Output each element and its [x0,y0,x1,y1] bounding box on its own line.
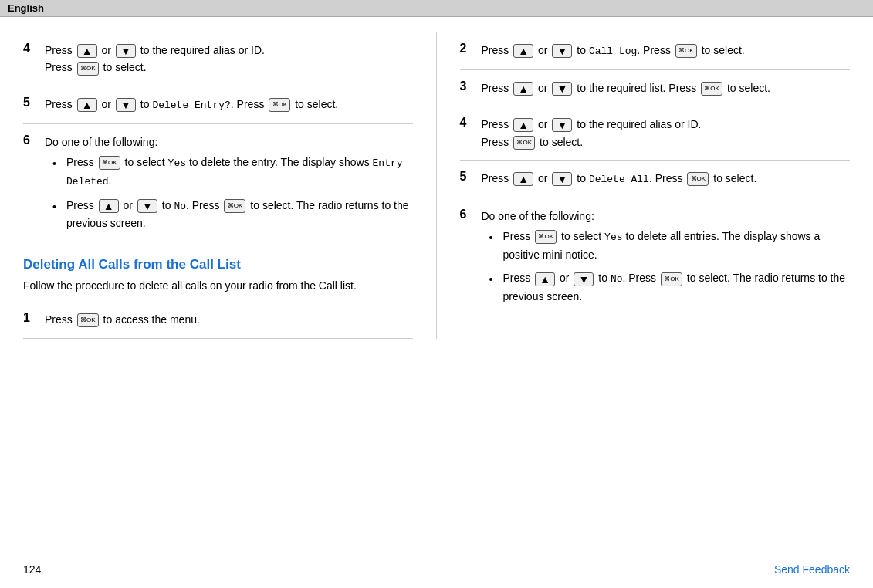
step-line: Press ▲ or ▼ to Delete All. Press ⌘OK to… [482,170,851,188]
step-intro: Do one of the following: [482,208,851,225]
send-feedback-link[interactable]: Send Feedback [774,563,850,576]
step-intro: Do one of the following: [45,133,413,150]
main-content: 4 Press ▲ or ▼ to the required alias or … [0,17,873,354]
step-content: Press ▲ or ▼ to Call Log. Press ⌘OK to s… [482,42,851,60]
ok-button-icon: ⌘OK [99,156,120,170]
step-line: Press ▲ or ▼ to Delete Entry?. Press ⌘OK… [45,96,413,114]
step-number: 3 [460,79,482,93]
step-content: Press ▲ or ▼ to the required alias or ID… [45,42,413,76]
bullet-list: • Press ⌘OK to select Yes to delete all … [482,228,851,305]
menu-item: Yes [604,231,622,243]
down-arrow-icon: ▼ [552,118,572,132]
step-number: 2 [460,42,482,56]
language-header: English [0,0,873,17]
step-line: Press ▲ or ▼ to the required alias or ID… [482,116,851,133]
ok-button-icon: ⌘OK [77,313,99,327]
menu-item: No [174,201,186,212]
footer: 124 Send Feedback [23,563,850,576]
section-title: Deleting All Calls from the Call List [23,257,413,272]
left-step-5: 5 Press ▲ or ▼ to Delete Entry?. Press ⌘… [23,86,413,124]
step-line: Press ⌘OK to access the menu. [45,311,413,328]
left-section-step-1: 1 Press ⌘OK to access the menu. [23,302,413,338]
menu-item: Yes [168,157,186,169]
menu-item: Delete All [589,174,649,185]
down-arrow-icon: ▼ [137,199,157,213]
down-arrow-icon: ▼ [552,82,572,96]
bullet-text: Press ▲ or ▼ to No. Press ⌘OK to select.… [66,197,413,232]
step-content: Press ▲ or ▼ to Delete Entry?. Press ⌘OK… [45,96,413,114]
list-item: • Press ⌘OK to select Yes to delete all … [489,228,851,263]
right-step-4: 4 Press ▲ or ▼ to the required alias or … [460,106,851,161]
bullet-dot: • [52,198,63,215]
up-arrow-icon: ▲ [513,118,533,132]
ok-button-icon: ⌘OK [687,172,709,186]
step-content: Press ⌘OK to access the menu. [45,311,413,328]
page-number: 124 [23,563,41,576]
step-number: 1 [23,311,45,325]
bullet-text: Press ▲ or ▼ to No. Press ⌘OK to select.… [503,269,851,305]
menu-item: Delete Entry? [152,100,230,111]
ok-button-icon: ⌘OK [513,136,535,150]
language-label: English [8,2,44,14]
list-item: • Press ⌘OK to select Yes to delete the … [52,154,413,191]
ok-button-icon: ⌘OK [675,44,697,58]
ok-button-icon: ⌘OK [701,82,722,96]
ok-button-icon: ⌘OK [77,62,99,76]
step-content: Press ▲ or ▼ to the required alias or ID… [482,116,851,150]
bullet-list: • Press ⌘OK to select Yes to delete the … [45,154,413,232]
step-line: Press ▲ or ▼ to the required list. Press… [482,79,851,96]
ok-button-icon: ⌘OK [535,230,557,244]
step-number: 5 [460,170,482,184]
up-arrow-icon: ▲ [513,82,533,96]
list-item: • Press ▲ or ▼ to No. Press ⌘OK to selec… [489,269,851,305]
ok-button-icon: ⌘OK [661,272,682,286]
step-line: Press ⌘OK to select. [45,59,413,76]
step-number: 5 [23,96,45,110]
up-arrow-icon: ▲ [535,272,555,286]
step-content: Press ▲ or ▼ to the required list. Press… [482,79,851,96]
menu-item: Call Log [589,46,637,57]
bullet-dot: • [489,271,500,288]
left-column: 4 Press ▲ or ▼ to the required alias or … [23,32,437,339]
step-number: 4 [23,42,45,56]
right-column: 2 Press ▲ or ▼ to Call Log. Press ⌘OK to… [437,32,851,339]
bullet-dot: • [52,155,63,172]
step-number: 6 [23,133,45,147]
down-arrow-icon: ▼ [552,44,572,58]
up-arrow-icon: ▲ [513,172,533,186]
up-arrow-icon: ▲ [77,44,97,58]
left-step-6: 6 Do one of the following: • Press ⌘OK t… [23,124,413,248]
list-item: • Press ▲ or ▼ to No. Press ⌘OK to selec… [52,197,413,232]
right-step-5: 5 Press ▲ or ▼ to Delete All. Press ⌘OK … [460,161,851,198]
menu-item: No [611,273,623,285]
step-content: Press ▲ or ▼ to Delete All. Press ⌘OK to… [482,170,851,188]
step-number: 4 [460,116,482,130]
right-step-6: 6 Do one of the following: • Press ⌘OK t… [460,198,851,321]
section-intro: Follow the procedure to delete all calls… [23,277,413,294]
step-line: Press ⌘OK to select. [482,133,851,150]
right-step-2: 2 Press ▲ or ▼ to Call Log. Press ⌘OK to… [460,32,851,70]
up-arrow-icon: ▲ [513,44,533,58]
section-heading: Deleting All Calls from the Call List Fo… [23,257,413,294]
bullet-text: Press ⌘OK to select Yes to delete the en… [66,154,413,191]
left-step-4: 4 Press ▲ or ▼ to the required alias or … [23,32,413,86]
down-arrow-icon: ▼ [552,172,572,186]
step-content: Do one of the following: • Press ⌘OK to … [482,208,851,312]
down-arrow-icon: ▼ [574,272,594,286]
step-line: Press ▲ or ▼ to the required alias or ID… [45,42,413,59]
step-content: Do one of the following: • Press ⌘OK to … [45,133,413,238]
right-step-3: 3 Press ▲ or ▼ to the required list. Pre… [460,70,851,106]
bullet-dot: • [489,229,500,246]
bullet-text: Press ⌘OK to select Yes to delete all en… [503,228,851,263]
step-line: Press ▲ or ▼ to Call Log. Press ⌘OK to s… [482,42,851,60]
up-arrow-icon: ▲ [77,98,97,112]
ok-button-icon: ⌘OK [224,199,245,213]
ok-button-icon: ⌘OK [269,98,290,112]
down-arrow-icon: ▼ [116,98,136,112]
up-arrow-icon: ▲ [99,199,119,213]
down-arrow-icon: ▼ [116,44,136,58]
step-number: 6 [460,208,482,221]
